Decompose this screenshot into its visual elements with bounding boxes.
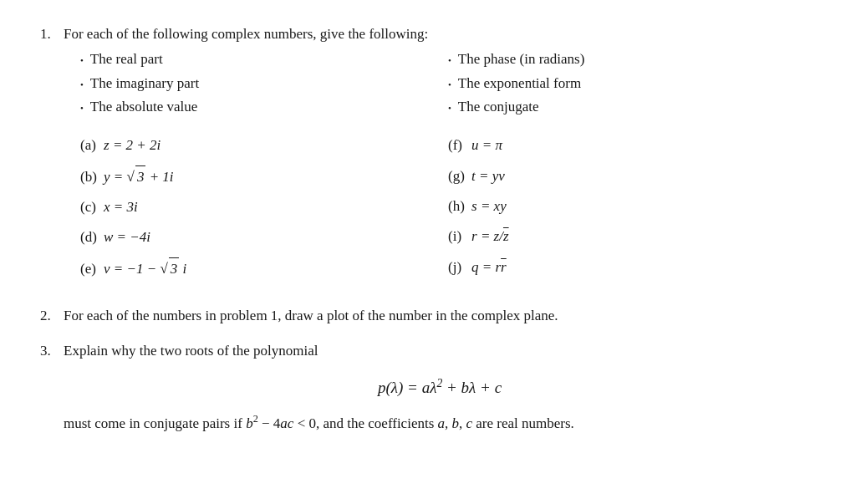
bullet-real-part-label: The real part bbox=[90, 48, 163, 70]
subitem-e-label: (e) bbox=[80, 258, 104, 280]
formula-block: p(λ) = aλ2 + bλ + c bbox=[64, 374, 816, 400]
problem-2-text: For each of the numbers in problem 1, dr… bbox=[64, 308, 558, 323]
problem-3: 3. Explain why the two roots of the poly… bbox=[40, 340, 816, 435]
subitem-j-label: (j) bbox=[448, 257, 471, 278]
bullet-dot-4: • bbox=[448, 53, 451, 68]
problem-1: 1. For each of the following complex num… bbox=[40, 23, 816, 288]
subitem-h-label: (h) bbox=[448, 196, 471, 217]
subitem-a: (a) z = 2 + 2i bbox=[80, 135, 448, 156]
subitem-f: (f) u = π bbox=[448, 135, 816, 156]
bullet-absolute-value-label: The absolute value bbox=[90, 96, 197, 118]
problem-3-outro: must come in conjugate pairs if b2 − 4ac… bbox=[64, 415, 574, 431]
subitem-e: (e) v = −1 − √3 i bbox=[80, 257, 448, 280]
subitem-a-expr: z = 2 + 2i bbox=[104, 135, 160, 156]
subitem-j-expr: q = rr bbox=[471, 257, 507, 278]
subitem-h-expr: s = xy bbox=[471, 196, 507, 217]
subitem-b: (b) y = √3 + 1i bbox=[80, 165, 448, 188]
subitem-i-expr: r = z/z bbox=[471, 226, 509, 247]
bullet-conjugate-label: The conjugate bbox=[458, 96, 539, 118]
sub-columns: (a) z = 2 + 2i (b) y = √3 + 1i (c) x = 3… bbox=[80, 135, 816, 288]
problem-1-text: For each of the following complex number… bbox=[64, 23, 816, 288]
formula-display: p(λ) = aλ2 + bλ + c bbox=[378, 379, 502, 396]
bullet-imaginary-part: • The imaginary part bbox=[80, 73, 448, 94]
bullet-phase: • The phase (in radians) bbox=[448, 48, 816, 70]
problem-3-number: 3. bbox=[40, 340, 64, 362]
subitem-e-expr: v = −1 − √3 i bbox=[104, 257, 186, 280]
problem-2-content: For each of the numbers in problem 1, dr… bbox=[64, 305, 816, 327]
subitem-d: (d) w = −4i bbox=[80, 227, 448, 248]
subitem-a-label: (a) bbox=[80, 135, 104, 156]
problem-2-number: 2. bbox=[40, 305, 64, 327]
subitem-b-label: (b) bbox=[80, 166, 104, 188]
bullet-exponential-form-label: The exponential form bbox=[458, 73, 581, 94]
subitem-c-expr: x = 3i bbox=[104, 196, 138, 218]
subitem-b-expr: y = √3 + 1i bbox=[104, 165, 174, 188]
bullet-col-left: • The real part • The imaginary part • T… bbox=[80, 48, 448, 120]
bullet-dot-2: • bbox=[80, 78, 84, 92]
bullet-exponential-form: • The exponential form bbox=[448, 73, 816, 94]
bullet-phase-label: The phase (in radians) bbox=[458, 48, 585, 70]
problem-1-number: 1. bbox=[40, 23, 64, 45]
subitem-h: (h) s = xy bbox=[448, 196, 816, 217]
bullet-dot-3: • bbox=[80, 101, 84, 115]
bullet-dot-6: • bbox=[448, 101, 451, 115]
bullet-columns: • The real part • The imaginary part • T… bbox=[80, 48, 816, 120]
problem-3-content: Explain why the two roots of the polynom… bbox=[64, 340, 816, 435]
subitem-d-label: (d) bbox=[80, 227, 104, 248]
bullet-absolute-value: • The absolute value bbox=[80, 96, 448, 118]
subitem-g-label: (g) bbox=[448, 165, 471, 187]
subitem-g: (g) t = yv bbox=[448, 165, 816, 187]
problem-1-intro: For each of the following complex number… bbox=[64, 26, 428, 42]
subitem-i: (i) r = z/z bbox=[448, 226, 816, 247]
problem-3-intro: Explain why the two roots of the polynom… bbox=[64, 343, 318, 359]
subitem-c: (c) x = 3i bbox=[80, 196, 448, 218]
sub-col-right: (f) u = π (g) t = yv (h) s = xy (i) bbox=[448, 135, 816, 288]
bullet-dot-5: • bbox=[448, 78, 451, 92]
subitem-j: (j) q = rr bbox=[448, 257, 816, 278]
subitem-f-expr: u = π bbox=[471, 135, 502, 156]
bullet-real-part: • The real part bbox=[80, 48, 448, 70]
subitem-c-label: (c) bbox=[80, 196, 104, 218]
subitem-d-expr: w = −4i bbox=[104, 227, 150, 248]
subitem-i-label: (i) bbox=[448, 226, 471, 247]
sub-col-left: (a) z = 2 + 2i (b) y = √3 + 1i (c) x = 3… bbox=[80, 135, 448, 288]
bullet-dot-1: • bbox=[80, 53, 84, 68]
bullet-col-right: • The phase (in radians) • The exponenti… bbox=[448, 48, 816, 120]
subitem-f-label: (f) bbox=[448, 135, 471, 156]
bullet-imaginary-part-label: The imaginary part bbox=[90, 73, 199, 94]
sub-items: (a) z = 2 + 2i (b) y = √3 + 1i (c) x = 3… bbox=[80, 135, 816, 288]
subitem-g-expr: t = yv bbox=[471, 165, 505, 187]
bullet-conjugate: • The conjugate bbox=[448, 96, 816, 118]
problem-2: 2. For each of the numbers in problem 1,… bbox=[40, 305, 816, 327]
